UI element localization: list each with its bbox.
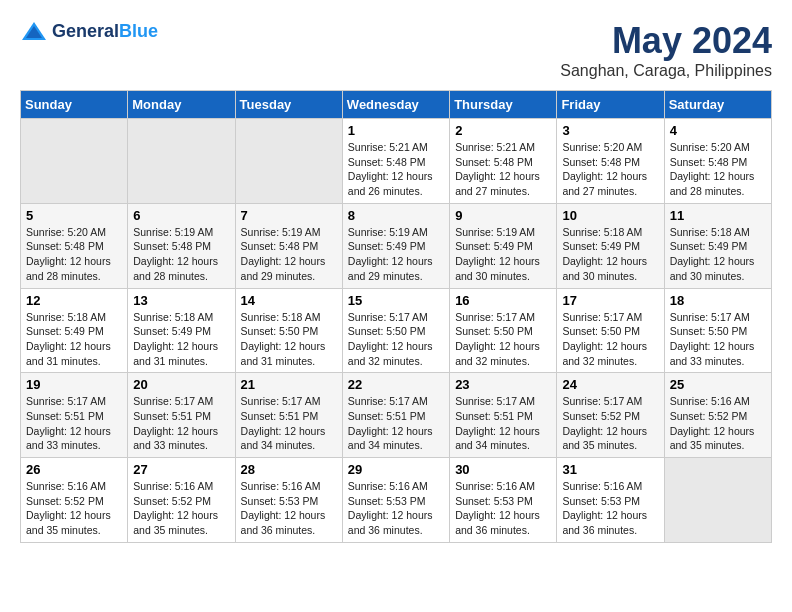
day-number: 24 (562, 377, 658, 392)
day-info: Sunrise: 5:16 AM Sunset: 5:52 PM Dayligh… (133, 479, 229, 538)
logo: GeneralBlue (20, 20, 158, 44)
table-row: 19Sunrise: 5:17 AM Sunset: 5:51 PM Dayli… (21, 373, 128, 458)
day-number: 14 (241, 293, 337, 308)
table-row (664, 458, 771, 543)
day-number: 2 (455, 123, 551, 138)
table-row (21, 119, 128, 204)
day-info: Sunrise: 5:16 AM Sunset: 5:52 PM Dayligh… (26, 479, 122, 538)
day-number: 5 (26, 208, 122, 223)
calendar-table: Sunday Monday Tuesday Wednesday Thursday… (20, 90, 772, 543)
table-row: 24Sunrise: 5:17 AM Sunset: 5:52 PM Dayli… (557, 373, 664, 458)
header-thursday: Thursday (450, 91, 557, 119)
location-title: Sanghan, Caraga, Philippines (560, 62, 772, 80)
day-info: Sunrise: 5:17 AM Sunset: 5:50 PM Dayligh… (348, 310, 444, 369)
table-row: 1Sunrise: 5:21 AM Sunset: 5:48 PM Daylig… (342, 119, 449, 204)
day-info: Sunrise: 5:20 AM Sunset: 5:48 PM Dayligh… (562, 140, 658, 199)
day-info: Sunrise: 5:20 AM Sunset: 5:48 PM Dayligh… (26, 225, 122, 284)
day-info: Sunrise: 5:18 AM Sunset: 5:49 PM Dayligh… (26, 310, 122, 369)
day-number: 4 (670, 123, 766, 138)
day-number: 22 (348, 377, 444, 392)
day-info: Sunrise: 5:19 AM Sunset: 5:49 PM Dayligh… (348, 225, 444, 284)
header-wednesday: Wednesday (342, 91, 449, 119)
day-number: 13 (133, 293, 229, 308)
day-info: Sunrise: 5:21 AM Sunset: 5:48 PM Dayligh… (348, 140, 444, 199)
day-number: 3 (562, 123, 658, 138)
table-row: 6Sunrise: 5:19 AM Sunset: 5:48 PM Daylig… (128, 203, 235, 288)
header-saturday: Saturday (664, 91, 771, 119)
table-row: 30Sunrise: 5:16 AM Sunset: 5:53 PM Dayli… (450, 458, 557, 543)
day-number: 9 (455, 208, 551, 223)
header-friday: Friday (557, 91, 664, 119)
day-info: Sunrise: 5:19 AM Sunset: 5:49 PM Dayligh… (455, 225, 551, 284)
table-row: 22Sunrise: 5:17 AM Sunset: 5:51 PM Dayli… (342, 373, 449, 458)
table-row: 8Sunrise: 5:19 AM Sunset: 5:49 PM Daylig… (342, 203, 449, 288)
table-row: 29Sunrise: 5:16 AM Sunset: 5:53 PM Dayli… (342, 458, 449, 543)
table-row: 7Sunrise: 5:19 AM Sunset: 5:48 PM Daylig… (235, 203, 342, 288)
table-row: 18Sunrise: 5:17 AM Sunset: 5:50 PM Dayli… (664, 288, 771, 373)
day-number: 31 (562, 462, 658, 477)
day-info: Sunrise: 5:18 AM Sunset: 5:49 PM Dayligh… (670, 225, 766, 284)
calendar-header-row: Sunday Monday Tuesday Wednesday Thursday… (21, 91, 772, 119)
day-info: Sunrise: 5:18 AM Sunset: 5:50 PM Dayligh… (241, 310, 337, 369)
table-row: 9Sunrise: 5:19 AM Sunset: 5:49 PM Daylig… (450, 203, 557, 288)
calendar-week-row: 12Sunrise: 5:18 AM Sunset: 5:49 PM Dayli… (21, 288, 772, 373)
day-info: Sunrise: 5:16 AM Sunset: 5:53 PM Dayligh… (455, 479, 551, 538)
month-title: May 2024 (560, 20, 772, 62)
day-number: 18 (670, 293, 766, 308)
day-info: Sunrise: 5:21 AM Sunset: 5:48 PM Dayligh… (455, 140, 551, 199)
day-number: 15 (348, 293, 444, 308)
day-number: 26 (26, 462, 122, 477)
table-row: 17Sunrise: 5:17 AM Sunset: 5:50 PM Dayli… (557, 288, 664, 373)
day-number: 16 (455, 293, 551, 308)
day-number: 23 (455, 377, 551, 392)
table-row: 28Sunrise: 5:16 AM Sunset: 5:53 PM Dayli… (235, 458, 342, 543)
day-number: 8 (348, 208, 444, 223)
day-info: Sunrise: 5:16 AM Sunset: 5:53 PM Dayligh… (348, 479, 444, 538)
table-row: 21Sunrise: 5:17 AM Sunset: 5:51 PM Dayli… (235, 373, 342, 458)
day-info: Sunrise: 5:17 AM Sunset: 5:51 PM Dayligh… (133, 394, 229, 453)
day-number: 12 (26, 293, 122, 308)
header-sunday: Sunday (21, 91, 128, 119)
calendar-week-row: 1Sunrise: 5:21 AM Sunset: 5:48 PM Daylig… (21, 119, 772, 204)
day-number: 30 (455, 462, 551, 477)
day-info: Sunrise: 5:16 AM Sunset: 5:53 PM Dayligh… (562, 479, 658, 538)
logo-text: GeneralBlue (52, 22, 158, 42)
table-row (235, 119, 342, 204)
day-info: Sunrise: 5:17 AM Sunset: 5:51 PM Dayligh… (241, 394, 337, 453)
day-info: Sunrise: 5:19 AM Sunset: 5:48 PM Dayligh… (133, 225, 229, 284)
calendar-week-row: 26Sunrise: 5:16 AM Sunset: 5:52 PM Dayli… (21, 458, 772, 543)
day-number: 28 (241, 462, 337, 477)
day-info: Sunrise: 5:17 AM Sunset: 5:50 PM Dayligh… (455, 310, 551, 369)
table-row: 4Sunrise: 5:20 AM Sunset: 5:48 PM Daylig… (664, 119, 771, 204)
day-number: 11 (670, 208, 766, 223)
table-row: 31Sunrise: 5:16 AM Sunset: 5:53 PM Dayli… (557, 458, 664, 543)
table-row: 25Sunrise: 5:16 AM Sunset: 5:52 PM Dayli… (664, 373, 771, 458)
table-row: 23Sunrise: 5:17 AM Sunset: 5:51 PM Dayli… (450, 373, 557, 458)
table-row: 20Sunrise: 5:17 AM Sunset: 5:51 PM Dayli… (128, 373, 235, 458)
table-row: 10Sunrise: 5:18 AM Sunset: 5:49 PM Dayli… (557, 203, 664, 288)
day-info: Sunrise: 5:18 AM Sunset: 5:49 PM Dayligh… (133, 310, 229, 369)
day-number: 25 (670, 377, 766, 392)
day-info: Sunrise: 5:17 AM Sunset: 5:50 PM Dayligh… (562, 310, 658, 369)
day-number: 20 (133, 377, 229, 392)
day-number: 29 (348, 462, 444, 477)
day-info: Sunrise: 5:19 AM Sunset: 5:48 PM Dayligh… (241, 225, 337, 284)
header-monday: Monday (128, 91, 235, 119)
logo-icon (20, 20, 48, 44)
table-row: 14Sunrise: 5:18 AM Sunset: 5:50 PM Dayli… (235, 288, 342, 373)
table-row: 15Sunrise: 5:17 AM Sunset: 5:50 PM Dayli… (342, 288, 449, 373)
day-info: Sunrise: 5:16 AM Sunset: 5:52 PM Dayligh… (670, 394, 766, 453)
day-info: Sunrise: 5:17 AM Sunset: 5:51 PM Dayligh… (348, 394, 444, 453)
day-number: 17 (562, 293, 658, 308)
day-number: 27 (133, 462, 229, 477)
title-block: May 2024 Sanghan, Caraga, Philippines (560, 20, 772, 80)
day-info: Sunrise: 5:17 AM Sunset: 5:51 PM Dayligh… (26, 394, 122, 453)
day-number: 19 (26, 377, 122, 392)
day-info: Sunrise: 5:17 AM Sunset: 5:50 PM Dayligh… (670, 310, 766, 369)
day-info: Sunrise: 5:17 AM Sunset: 5:52 PM Dayligh… (562, 394, 658, 453)
table-row: 26Sunrise: 5:16 AM Sunset: 5:52 PM Dayli… (21, 458, 128, 543)
day-number: 1 (348, 123, 444, 138)
day-number: 7 (241, 208, 337, 223)
calendar-week-row: 5Sunrise: 5:20 AM Sunset: 5:48 PM Daylig… (21, 203, 772, 288)
table-row (128, 119, 235, 204)
